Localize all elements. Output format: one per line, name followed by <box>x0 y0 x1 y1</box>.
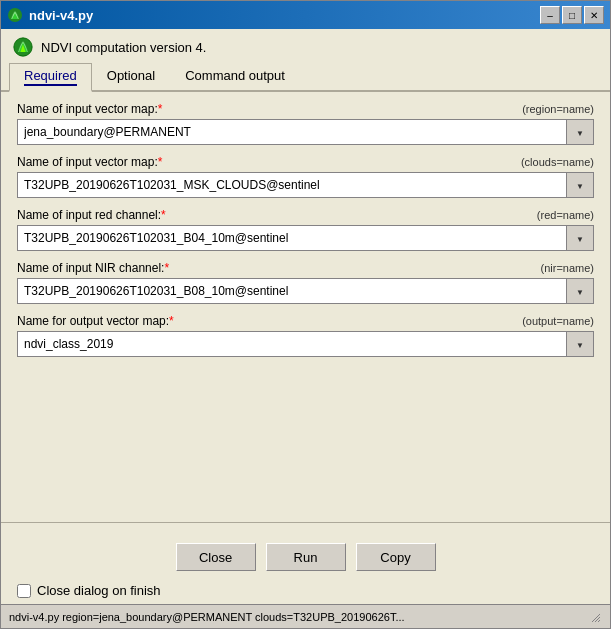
field-nir-label: Name of input NIR channel:* <box>17 261 169 275</box>
window-title: ndvi-v4.py <box>29 8 93 23</box>
required-star-5: * <box>169 314 174 328</box>
main-window: ndvi-v4.py – □ ✕ NDVI computation versio… <box>0 0 611 629</box>
svg-line-4 <box>598 620 600 622</box>
copy-button[interactable]: Copy <box>356 543 436 571</box>
required-star-1: * <box>158 102 163 116</box>
field-region-input[interactable] <box>17 119 566 145</box>
field-red-control <box>17 225 594 251</box>
field-nir-dropdown[interactable] <box>566 278 594 304</box>
title-bar: ndvi-v4.py – □ ✕ <box>1 1 610 29</box>
field-clouds: Name of input vector map:* (clouds=name) <box>17 155 594 198</box>
tab-required[interactable]: Required <box>9 63 92 92</box>
field-region-dropdown[interactable] <box>566 119 594 145</box>
field-nir-control <box>17 278 594 304</box>
title-bar-left: ndvi-v4.py <box>7 7 93 23</box>
required-star-3: * <box>161 208 166 222</box>
status-text: ndvi-v4.py region=jena_boundary@PERMANEN… <box>9 611 584 623</box>
run-button[interactable]: Run <box>266 543 346 571</box>
chevron-down-icon-5 <box>576 339 584 350</box>
tab-optional[interactable]: Optional <box>92 63 170 92</box>
grip-icon <box>589 611 601 623</box>
field-clouds-label: Name of input vector map:* <box>17 155 162 169</box>
required-star-4: * <box>164 261 169 275</box>
field-red-label: Name of input red channel:* <box>17 208 166 222</box>
close-dialog-button[interactable]: Close <box>176 543 256 571</box>
field-red-input[interactable] <box>17 225 566 251</box>
checkbox-row: Close dialog on finish <box>1 579 610 604</box>
field-output-hint: (output=name) <box>522 315 594 327</box>
field-red-dropdown[interactable] <box>566 225 594 251</box>
field-nir-hint: (nir=name) <box>541 262 595 274</box>
chevron-down-icon <box>576 127 584 138</box>
tab-command-output[interactable]: Command output <box>170 63 300 92</box>
field-output-label: Name for output vector map:* <box>17 314 174 328</box>
field-region-label: Name of input vector map:* <box>17 102 162 116</box>
field-clouds-dropdown[interactable] <box>566 172 594 198</box>
minimize-button[interactable]: – <box>540 6 560 24</box>
field-red: Name of input red channel:* (red=name) <box>17 208 594 251</box>
field-clouds-hint: (clouds=name) <box>521 156 594 168</box>
field-clouds-label-row: Name of input vector map:* (clouds=name) <box>17 155 594 169</box>
form-area: Name of input vector map:* (region=name)… <box>1 92 610 514</box>
field-clouds-control <box>17 172 594 198</box>
field-nir-label-row: Name of input NIR channel:* (nir=name) <box>17 261 594 275</box>
field-region: Name of input vector map:* (region=name) <box>17 102 594 145</box>
title-bar-controls: – □ ✕ <box>540 6 604 24</box>
close-button[interactable]: ✕ <box>584 6 604 24</box>
close-on-finish-checkbox[interactable] <box>17 584 31 598</box>
field-output: Name for output vector map:* (output=nam… <box>17 314 594 357</box>
maximize-button[interactable]: □ <box>562 6 582 24</box>
tabs-bar: Required Optional Command output <box>1 63 610 92</box>
field-red-hint: (red=name) <box>537 209 594 221</box>
resize-grip <box>588 610 602 624</box>
button-row: Close Run Copy <box>1 533 610 579</box>
field-nir: Name of input NIR channel:* (nir=name) <box>17 261 594 304</box>
chevron-down-icon-4 <box>576 286 584 297</box>
field-region-hint: (region=name) <box>522 103 594 115</box>
divider <box>1 522 610 523</box>
field-region-control <box>17 119 594 145</box>
field-output-label-row: Name for output vector map:* (output=nam… <box>17 314 594 328</box>
chevron-down-icon-3 <box>576 233 584 244</box>
field-output-input[interactable] <box>17 331 566 357</box>
chevron-down-icon-2 <box>576 180 584 191</box>
field-red-label-row: Name of input red channel:* (red=name) <box>17 208 594 222</box>
field-output-dropdown[interactable] <box>566 331 594 357</box>
field-output-control <box>17 331 594 357</box>
close-on-finish-label: Close dialog on finish <box>37 583 161 598</box>
status-bar: ndvi-v4.py region=jena_boundary@PERMANEN… <box>1 604 610 628</box>
app-header: NDVI computation version 4. <box>1 29 610 63</box>
app-title-icon <box>7 7 23 23</box>
grass-logo-icon <box>13 37 33 57</box>
field-clouds-input[interactable] <box>17 172 566 198</box>
app-header-text: NDVI computation version 4. <box>41 40 206 55</box>
field-region-label-row: Name of input vector map:* (region=name) <box>17 102 594 116</box>
field-nir-input[interactable] <box>17 278 566 304</box>
required-star-2: * <box>158 155 163 169</box>
